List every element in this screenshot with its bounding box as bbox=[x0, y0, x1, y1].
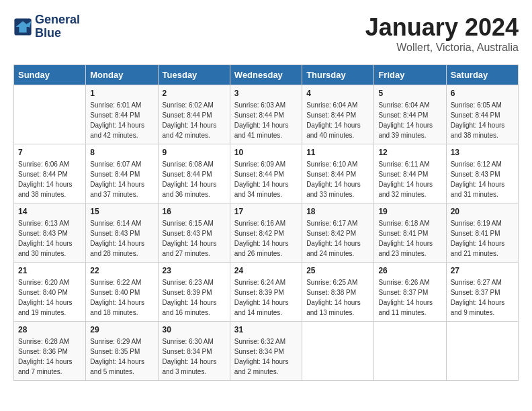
page-subtitle: Wollert, Victoria, Australia bbox=[365, 42, 519, 54]
day-number: 1 bbox=[90, 89, 153, 98]
sunset-label: Sunset: 8:43 PM bbox=[90, 230, 140, 237]
sunset-label: Sunset: 8:40 PM bbox=[90, 289, 140, 296]
calendar-cell bbox=[14, 85, 86, 144]
day-info: Sunrise: 6:05 AMSunset: 8:44 PMDaylight:… bbox=[451, 100, 514, 140]
calendar-header-friday: Friday bbox=[374, 65, 446, 85]
sunset-label: Sunset: 8:42 PM bbox=[306, 230, 356, 237]
calendar-cell: 13Sunrise: 6:12 AMSunset: 8:43 PMDayligh… bbox=[446, 144, 518, 203]
day-info: Sunrise: 6:10 AMSunset: 8:44 PMDaylight:… bbox=[306, 159, 369, 199]
sunrise-label: Sunrise: 6:03 AM bbox=[234, 101, 285, 109]
calendar-cell: 27Sunrise: 6:27 AMSunset: 8:37 PMDayligh… bbox=[446, 263, 518, 322]
sunset-label: Sunset: 8:39 PM bbox=[163, 289, 212, 296]
calendar-cell: 8Sunrise: 6:07 AMSunset: 8:44 PMDaylight… bbox=[86, 144, 158, 203]
calendar-cell: 19Sunrise: 6:18 AMSunset: 8:41 PMDayligh… bbox=[374, 203, 446, 263]
calendar-header-tuesday: Tuesday bbox=[158, 65, 230, 85]
calendar-cell: 22Sunrise: 6:22 AMSunset: 8:40 PMDayligh… bbox=[86, 263, 158, 322]
daylight-label: Daylight: 14 hours and 40 minutes. bbox=[306, 122, 361, 139]
day-number: 14 bbox=[18, 207, 81, 216]
day-info: Sunrise: 6:17 AMSunset: 8:42 PMDaylight:… bbox=[306, 218, 369, 259]
calendar-cell bbox=[446, 322, 518, 381]
sunset-label: Sunset: 8:43 PM bbox=[163, 230, 212, 237]
calendar-week-row: 7Sunrise: 6:06 AMSunset: 8:44 PMDaylight… bbox=[14, 144, 519, 203]
sunrise-label: Sunrise: 6:18 AM bbox=[378, 220, 429, 227]
day-number: 31 bbox=[234, 325, 298, 334]
calendar-cell bbox=[374, 322, 446, 381]
sunrise-label: Sunrise: 6:22 AM bbox=[90, 279, 141, 286]
calendar-cell: 16Sunrise: 6:15 AMSunset: 8:43 PMDayligh… bbox=[158, 203, 230, 263]
sunset-label: Sunset: 8:40 PM bbox=[18, 289, 68, 296]
calendar-table: SundayMondayTuesdayWednesdayThursdayFrid… bbox=[13, 64, 519, 381]
logo-line1: General bbox=[35, 13, 80, 27]
calendar-cell bbox=[302, 322, 374, 381]
daylight-label: Daylight: 14 hours and 38 minutes. bbox=[18, 181, 73, 198]
sunset-label: Sunset: 8:44 PM bbox=[234, 171, 284, 178]
day-info: Sunrise: 6:29 AMSunset: 8:35 PMDaylight:… bbox=[90, 336, 153, 377]
day-info: Sunrise: 6:08 AMSunset: 8:44 PMDaylight:… bbox=[163, 159, 226, 199]
day-info: Sunrise: 6:04 AMSunset: 8:44 PMDaylight:… bbox=[378, 100, 441, 140]
calendar-week-row: 14Sunrise: 6:13 AMSunset: 8:43 PMDayligh… bbox=[14, 203, 519, 263]
day-info: Sunrise: 6:11 AMSunset: 8:44 PMDaylight:… bbox=[378, 159, 441, 199]
sunrise-label: Sunrise: 6:27 AM bbox=[451, 279, 502, 286]
sunset-label: Sunset: 8:44 PM bbox=[378, 171, 428, 178]
sunrise-label: Sunrise: 6:13 AM bbox=[18, 220, 69, 227]
daylight-label: Daylight: 14 hours and 26 minutes. bbox=[234, 240, 289, 257]
day-number: 26 bbox=[378, 266, 441, 275]
daylight-label: Daylight: 14 hours and 5 minutes. bbox=[90, 358, 144, 375]
sunrise-label: Sunrise: 6:07 AM bbox=[90, 161, 141, 168]
day-number: 22 bbox=[90, 266, 153, 275]
daylight-label: Daylight: 14 hours and 41 minutes. bbox=[234, 122, 289, 139]
day-number: 17 bbox=[234, 207, 298, 216]
sunset-label: Sunset: 8:44 PM bbox=[90, 111, 140, 119]
calendar-cell: 25Sunrise: 6:25 AMSunset: 8:38 PMDayligh… bbox=[302, 263, 374, 322]
day-info: Sunrise: 6:07 AMSunset: 8:44 PMDaylight:… bbox=[90, 159, 153, 199]
day-number: 25 bbox=[306, 266, 369, 275]
daylight-label: Daylight: 14 hours and 3 minutes. bbox=[163, 358, 217, 375]
sunrise-label: Sunrise: 6:32 AM bbox=[234, 338, 285, 345]
sunset-label: Sunset: 8:36 PM bbox=[18, 348, 68, 355]
daylight-label: Daylight: 14 hours and 27 minutes. bbox=[163, 240, 217, 257]
calendar-cell: 7Sunrise: 6:06 AMSunset: 8:44 PMDaylight… bbox=[14, 144, 86, 203]
sunset-label: Sunset: 8:44 PM bbox=[306, 171, 356, 178]
sunset-label: Sunset: 8:34 PM bbox=[163, 348, 212, 355]
sunrise-label: Sunrise: 6:04 AM bbox=[306, 101, 357, 109]
sunrise-label: Sunrise: 6:06 AM bbox=[18, 161, 69, 168]
day-number: 16 bbox=[163, 207, 226, 216]
day-number: 8 bbox=[90, 148, 153, 157]
day-info: Sunrise: 6:32 AMSunset: 8:34 PMDaylight:… bbox=[234, 336, 298, 377]
day-number: 13 bbox=[451, 148, 514, 157]
sunrise-label: Sunrise: 6:26 AM bbox=[378, 279, 429, 286]
daylight-label: Daylight: 14 hours and 14 minutes. bbox=[234, 299, 289, 316]
day-number: 30 bbox=[163, 325, 226, 334]
logo-line2: Blue bbox=[35, 27, 80, 40]
sunrise-label: Sunrise: 6:11 AM bbox=[378, 161, 429, 168]
sunset-label: Sunset: 8:44 PM bbox=[234, 111, 284, 119]
daylight-label: Daylight: 14 hours and 38 minutes. bbox=[451, 122, 505, 139]
daylight-label: Daylight: 14 hours and 9 minutes. bbox=[451, 299, 505, 316]
calendar-cell: 1Sunrise: 6:01 AMSunset: 8:44 PMDaylight… bbox=[86, 85, 158, 144]
sunrise-label: Sunrise: 6:17 AM bbox=[306, 220, 357, 227]
day-number: 27 bbox=[451, 266, 514, 275]
calendar-cell: 15Sunrise: 6:14 AMSunset: 8:43 PMDayligh… bbox=[86, 203, 158, 263]
day-number: 29 bbox=[90, 325, 153, 334]
daylight-label: Daylight: 14 hours and 37 minutes. bbox=[90, 181, 144, 198]
sunset-label: Sunset: 8:34 PM bbox=[234, 348, 284, 355]
day-number: 20 bbox=[451, 207, 514, 216]
day-number: 28 bbox=[18, 325, 81, 334]
logo-text: General Blue bbox=[35, 13, 80, 40]
calendar-cell: 12Sunrise: 6:11 AMSunset: 8:44 PMDayligh… bbox=[374, 144, 446, 203]
calendar-cell: 2Sunrise: 6:02 AMSunset: 8:44 PMDaylight… bbox=[158, 85, 230, 144]
calendar-cell: 3Sunrise: 6:03 AMSunset: 8:44 PMDaylight… bbox=[230, 85, 302, 144]
daylight-label: Daylight: 14 hours and 36 minutes. bbox=[163, 181, 217, 198]
day-info: Sunrise: 6:30 AMSunset: 8:34 PMDaylight:… bbox=[163, 336, 226, 377]
sunrise-label: Sunrise: 6:16 AM bbox=[234, 220, 285, 227]
sunrise-label: Sunrise: 6:02 AM bbox=[163, 101, 214, 109]
sunrise-label: Sunrise: 6:14 AM bbox=[90, 220, 141, 227]
calendar-cell: 11Sunrise: 6:10 AMSunset: 8:44 PMDayligh… bbox=[302, 144, 374, 203]
sunset-label: Sunset: 8:43 PM bbox=[451, 171, 500, 178]
sunset-label: Sunset: 8:41 PM bbox=[451, 230, 500, 237]
calendar-cell: 4Sunrise: 6:04 AMSunset: 8:44 PMDaylight… bbox=[302, 85, 374, 144]
daylight-label: Daylight: 14 hours and 18 minutes. bbox=[90, 299, 144, 316]
sunrise-label: Sunrise: 6:09 AM bbox=[234, 161, 285, 168]
sunset-label: Sunset: 8:44 PM bbox=[306, 111, 356, 119]
calendar-cell: 20Sunrise: 6:19 AMSunset: 8:41 PMDayligh… bbox=[446, 203, 518, 263]
